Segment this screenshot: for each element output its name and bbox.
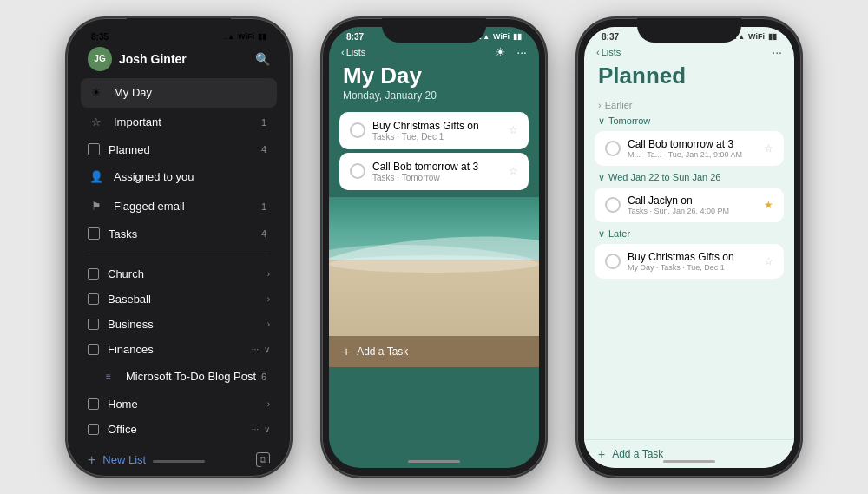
nav-item-my-day[interactable]: ☀ My Day xyxy=(81,78,277,108)
section-earlier-label: Earlier xyxy=(605,100,633,110)
task-card-light-2[interactable]: Call Jaclyn on Tasks · Sun, Jan 26, 4:00… xyxy=(595,188,784,222)
nav-item-assigned[interactable]: 👤 Assigned to you xyxy=(74,162,284,192)
chevron-church: › xyxy=(267,269,270,279)
list-label-business: Business xyxy=(108,318,267,331)
task-star-light-2[interactable]: ★ xyxy=(764,199,773,211)
chevron-down-office: ∨ xyxy=(264,425,270,434)
list-label-home: Home xyxy=(108,398,267,411)
dots-header-3[interactable]: ··· xyxy=(772,45,782,59)
plus-icon-2: + xyxy=(343,345,350,359)
task-meta-light-1: M... · Ta... · Tue, Jan 21, 9:00 AM xyxy=(628,150,757,159)
list-label-finances: Finances xyxy=(108,343,252,356)
chevron-tomorrow: ∨ xyxy=(598,115,605,127)
phone-2-title: My Day xyxy=(343,63,525,89)
task-star-light-1[interactable]: ☆ xyxy=(764,142,773,155)
dots-finances[interactable]: ··· xyxy=(252,345,259,354)
list-icon-baseball xyxy=(88,293,99,305)
list-item-finances[interactable]: Finances ··· ∨ xyxy=(74,337,284,362)
task-title-light-1: Call Bob tomorrow at 3 xyxy=(628,138,757,150)
add-task-bar-2[interactable]: + Add a Task xyxy=(329,336,539,367)
chevron-baseball: › xyxy=(267,294,270,304)
signal-icon-2: ▲▲▲ xyxy=(469,33,490,41)
nav-label-assigned: Assigned to you xyxy=(114,170,270,183)
section-wed-sun-label: Wed Jan 22 to Sun Jan 26 xyxy=(608,172,720,182)
phone-2-header: ‹ Lists ☀ ··· xyxy=(329,43,539,59)
signal-icon-3: ▲▲▲ xyxy=(724,33,745,41)
signal-icon: ▲▲▲ xyxy=(214,33,234,41)
nav-badge-planned: 4 xyxy=(261,144,266,155)
username: Josh Ginter xyxy=(119,52,255,66)
list-item-business[interactable]: Business › xyxy=(74,312,284,337)
list-item-baseball[interactable]: Baseball › xyxy=(74,287,284,312)
new-list-icon: ⧉ xyxy=(256,452,270,467)
wifi-icon-2: WiFi xyxy=(493,32,510,41)
avatar: JG xyxy=(88,47,112,71)
nav-item-tasks[interactable]: Tasks 4 xyxy=(74,221,284,247)
task-meta-2: Tasks · Tomorrow xyxy=(372,173,502,182)
list-item-church[interactable]: Church › xyxy=(74,261,284,287)
list-item-microsoft[interactable]: ≡ Microsoft To-Do Blog Post 6 xyxy=(74,362,284,392)
task-title-light-3: Buy Christmas Gifts on xyxy=(628,251,757,263)
chevron-down-finances: ∨ xyxy=(264,345,270,354)
search-icon[interactable]: 🔍 xyxy=(255,52,270,66)
wifi-icon-3: WiFi xyxy=(748,32,765,41)
dots-office[interactable]: ··· xyxy=(252,425,259,434)
list-label-baseball: Baseball xyxy=(108,293,267,306)
list-label-office: Office xyxy=(108,423,252,436)
phone-2: 8:37 ▲▲▲ WiFi ▮▮ ‹ Lists ☀ ··· xyxy=(322,18,546,477)
status-icons-1: ▲▲▲ WiFi ▮▮ xyxy=(214,32,266,41)
task-card-light-3[interactable]: Buy Christmas Gifts on My Day · Tasks · … xyxy=(595,244,784,279)
list-item-home[interactable]: Home › xyxy=(74,392,284,417)
list-icon-church xyxy=(88,268,99,280)
section-tomorrow[interactable]: ∨ Tomorrow xyxy=(584,112,794,128)
task-star-2[interactable]: ☆ xyxy=(509,165,518,177)
chevron-left-icon-3: ‹ xyxy=(596,47,600,57)
new-list-label: New List xyxy=(102,453,146,466)
task-title-light-2: Call Jaclyn on xyxy=(628,194,757,207)
phone-1-screen: 8:35 ▲▲▲ WiFi ▮▮ JG Josh Ginter 🔍 ☀ My D… xyxy=(74,27,284,468)
task-circle-light-1[interactable] xyxy=(605,141,621,156)
task-circle-light-3[interactable] xyxy=(605,254,621,269)
nav-item-flagged[interactable]: ⚑ Flagged email 1 xyxy=(74,192,284,221)
sun-icon: ☀ xyxy=(88,84,105,102)
task-card-1[interactable]: Buy Christmas Gifts on Tasks · Tue, Dec … xyxy=(339,112,529,149)
task-star-light-3[interactable]: ☆ xyxy=(764,255,773,267)
nav-label-flagged: Flagged email xyxy=(114,200,261,213)
nav-label-tasks: Tasks xyxy=(108,227,261,240)
task-card-2[interactable]: Call Bob tomorrow at 3 Tasks · Tomorrow … xyxy=(339,153,529,190)
list-item-office[interactable]: Office ··· ∨ xyxy=(74,417,284,442)
nav-badge-tasks: 4 xyxy=(261,228,266,239)
section-wed-sun[interactable]: ∨ Wed Jan 22 to Sun Jan 26 xyxy=(584,168,794,185)
task-circle-light-2[interactable] xyxy=(605,197,621,213)
list-icon-office xyxy=(88,424,99,435)
battery-icon-2: ▮▮ xyxy=(513,32,522,41)
status-bar-1: 8:35 ▲▲▲ WiFi ▮▮ xyxy=(74,27,284,43)
back-button-2[interactable]: ‹ Lists xyxy=(341,47,365,57)
nav-label-my-day: My Day xyxy=(114,86,270,99)
task-title-2: Call Bob tomorrow at 3 xyxy=(372,161,502,173)
list-icon-home xyxy=(88,398,99,410)
task-content-light-2: Call Jaclyn on Tasks · Sun, Jan 26, 4:00… xyxy=(628,194,757,215)
section-later[interactable]: ∨ Later xyxy=(584,225,794,241)
nav-label-important: Important xyxy=(114,115,261,128)
beach-image xyxy=(329,197,539,336)
phone-3-header: ‹ Lists ··· xyxy=(584,43,794,59)
add-task-label-3: Add a Task xyxy=(612,448,663,460)
section-earlier[interactable]: › Earlier xyxy=(584,96,794,112)
chevron-left-icon-2: ‹ xyxy=(341,47,345,57)
nav-separator xyxy=(88,254,270,254)
add-task-bar-3[interactable]: + Add a Task xyxy=(584,439,794,468)
plus-icon: + xyxy=(88,452,95,468)
status-time-2: 8:37 xyxy=(346,32,364,42)
task-star-1[interactable]: ☆ xyxy=(509,124,518,136)
nav-item-important[interactable]: ☆ Important 1 xyxy=(74,108,284,137)
dots-header-icon[interactable]: ··· xyxy=(516,45,527,59)
task-circle-1[interactable] xyxy=(350,122,365,138)
nav-item-planned[interactable]: Planned 4 xyxy=(74,137,284,162)
task-card-light-1[interactable]: Call Bob tomorrow at 3 M... · Ta... · Tu… xyxy=(595,131,784,166)
phone-1: 8:35 ▲▲▲ WiFi ▮▮ JG Josh Ginter 🔍 ☀ My D… xyxy=(67,18,291,477)
new-list-item[interactable]: + New List ⧉ xyxy=(74,445,284,468)
back-button-3[interactable]: ‹ Lists xyxy=(596,47,621,57)
sun-header-icon[interactable]: ☀ xyxy=(495,45,506,59)
task-circle-2[interactable] xyxy=(350,163,365,179)
